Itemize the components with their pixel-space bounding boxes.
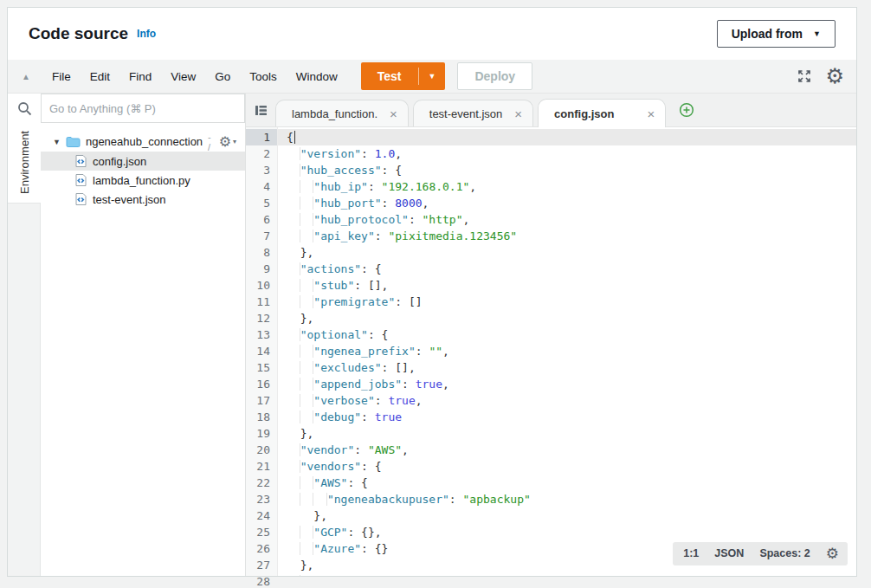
tab-label: config.json	[554, 107, 614, 120]
info-link[interactable]: Info	[137, 28, 156, 40]
line-number: 3	[246, 162, 277, 178]
new-tab-icon[interactable]	[679, 102, 694, 118]
sidebar-strip-filler	[8, 203, 41, 576]
close-icon[interactable]: ×	[514, 107, 522, 121]
tabs: lambda_function.×test-event.json×config.…	[275, 99, 670, 126]
menu-item-go[interactable]: Go	[205, 70, 240, 83]
cursor-position[interactable]: 1:1	[683, 546, 699, 562]
code-line: "verbose": true,	[278, 392, 856, 409]
deploy-button[interactable]: Deploy	[457, 62, 532, 90]
line-number: 28	[246, 573, 277, 588]
editor-menubar: ▲ FileEditFindViewGoToolsWindow Test ▼ D…	[8, 60, 856, 94]
line-number: 6	[246, 211, 277, 228]
code-line: },	[278, 507, 856, 524]
menu-item-edit[interactable]: Edit	[81, 70, 119, 83]
folder-path-suffix: - /	[208, 132, 214, 152]
menu-item-find[interactable]: Find	[119, 70, 161, 83]
close-icon[interactable]: ×	[647, 107, 655, 121]
line-number: 8	[246, 244, 277, 261]
line-number: 5	[246, 195, 277, 211]
code-line: "ngenea_prefix": "",	[278, 343, 856, 359]
line-number: 26	[246, 540, 277, 557]
line-number: 19	[246, 425, 277, 442]
menu-item-tools[interactable]: Tools	[240, 70, 287, 83]
file-sidebar: Environment ▼ ngeneahub_connection - /	[8, 94, 246, 576]
file-icon	[75, 192, 87, 206]
code-line: "hub_port": 8000,	[278, 195, 856, 211]
upload-from-button[interactable]: Upload from ▼	[717, 20, 836, 48]
goto-anything-input[interactable]	[41, 94, 245, 123]
language-mode[interactable]: JSON	[714, 546, 744, 562]
tree-folder-row[interactable]: ▼ ngeneahub_connection - / ⚙ ▾	[41, 132, 245, 152]
menu-item-window[interactable]: Window	[287, 70, 347, 83]
tree-files: config.jsonlambda_function.pytest-event.…	[41, 152, 245, 209]
tab-list-icon[interactable]	[255, 104, 268, 117]
close-icon[interactable]: ×	[390, 107, 397, 121]
main-split: Environment ▼ ngeneahub_connection - /	[8, 94, 856, 576]
tab-lambda_function.[interactable]: lambda_function.×	[275, 100, 409, 126]
search-icon	[8, 94, 41, 123]
code-line: },	[278, 244, 856, 261]
code-line: },	[278, 310, 856, 326]
tree-settings-button[interactable]: ⚙ ▾	[219, 135, 236, 149]
code-editor: lambda_function.×test-event.json×config.…	[246, 94, 856, 576]
editor-status-bar: 1:1 JSON Spaces: 2 ⚙	[673, 542, 848, 565]
fullscreen-icon[interactable]	[797, 68, 812, 84]
code-line: "stub": [],	[278, 277, 856, 294]
code-line: "vendor": "AWS",	[278, 442, 856, 458]
indentation-setting[interactable]: Spaces: 2	[759, 546, 810, 562]
file-name: test-event.json	[93, 193, 166, 206]
line-number: 10	[246, 277, 277, 294]
code-line: "excludes": [],	[278, 359, 856, 376]
status-gear-icon[interactable]: ⚙	[826, 546, 839, 561]
sidebar-strip: Environment	[8, 123, 41, 576]
tab-config.json[interactable]: config.json×	[538, 99, 666, 127]
tab-label: test-event.json	[429, 107, 503, 120]
line-number: 17	[246, 392, 277, 409]
code-line: "hub_protocol": "http",	[278, 211, 856, 228]
code-line: "GCP": {},	[278, 524, 856, 540]
folder-caret-icon[interactable]: ▼	[53, 138, 61, 146]
code-line: {	[278, 129, 856, 145]
line-number: 13	[246, 326, 277, 343]
code-line: "vendors": {	[278, 458, 856, 475]
tree-file-test-event.json[interactable]: test-event.json	[41, 190, 245, 209]
code-line: "debug": true	[278, 409, 856, 425]
tab-environment[interactable]: Environment	[8, 123, 41, 203]
line-number: 23	[246, 491, 277, 507]
code-line: "append_jobs": true,	[278, 376, 856, 392]
code-line: "AWS": {	[278, 475, 856, 491]
line-number: 25	[246, 524, 277, 540]
editor-tabbar: lambda_function.×test-event.json×config.…	[246, 94, 856, 127]
test-caret-icon[interactable]: ▼	[419, 62, 446, 90]
line-number: 4	[246, 178, 277, 195]
line-number: 16	[246, 376, 277, 392]
panel-header: Code source Info Upload from ▼	[8, 8, 856, 60]
line-number: 21	[246, 458, 277, 475]
code-line: "premigrate": []	[278, 294, 856, 310]
code-content[interactable]: { "version": 1.0, "hub_access": { "hub_i…	[278, 127, 856, 576]
menu-item-file[interactable]: File	[42, 70, 81, 83]
line-number: 22	[246, 475, 277, 491]
line-number: 12	[246, 310, 277, 326]
tab-test-event.json[interactable]: test-event.json×	[413, 100, 533, 126]
page-title: Code source	[29, 24, 128, 43]
test-button[interactable]: Test ▼	[361, 62, 446, 90]
code-area: 1234567891011121314151617181920212223242…	[246, 127, 856, 576]
line-number: 11	[246, 294, 277, 310]
tree-file-config.json[interactable]: config.json	[41, 152, 245, 171]
goto-anything-row	[8, 94, 245, 123]
collapse-panel-icon[interactable]: ▲	[22, 72, 30, 81]
menubar-right: ⚙	[797, 66, 844, 87]
folder-icon	[66, 136, 81, 148]
menu-item-view[interactable]: View	[161, 70, 205, 83]
settings-gear-icon[interactable]: ⚙	[825, 66, 844, 87]
tree-gear-caret-icon: ▾	[233, 138, 236, 145]
text-cursor	[294, 131, 295, 144]
sidebar-body: Environment ▼ ngeneahub_connection - /	[8, 123, 245, 576]
tree-file-lambda_function.py[interactable]: lambda_function.py	[41, 171, 245, 190]
line-number: 14	[246, 343, 277, 359]
upload-from-label: Upload from	[732, 27, 803, 41]
file-icon	[75, 173, 87, 187]
line-number: 24	[246, 507, 277, 524]
